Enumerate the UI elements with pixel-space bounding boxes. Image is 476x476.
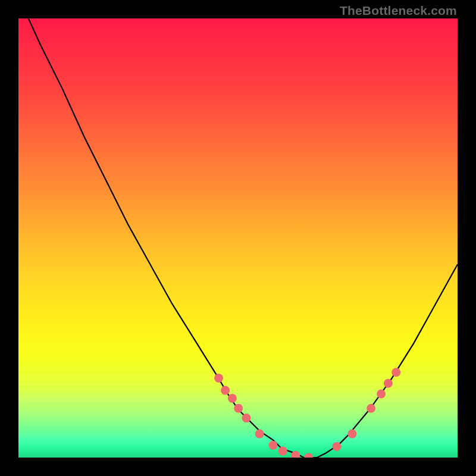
marker-point bbox=[333, 442, 342, 451]
plot-area bbox=[18, 18, 458, 458]
marker-point bbox=[234, 404, 243, 413]
marker-point bbox=[278, 446, 287, 455]
marker-point bbox=[228, 394, 237, 403]
marker-point bbox=[384, 379, 393, 388]
marker-point bbox=[304, 453, 313, 458]
marker-point bbox=[367, 404, 375, 413]
marker-point bbox=[269, 441, 278, 450]
bottleneck-curve bbox=[18, 18, 458, 458]
marker-point bbox=[221, 386, 230, 395]
chart-svg bbox=[18, 18, 458, 458]
marker-point bbox=[392, 368, 400, 377]
marker-point bbox=[347, 430, 356, 439]
marker-point bbox=[255, 430, 264, 439]
chart-frame: TheBottleneck.com bbox=[0, 0, 476, 476]
marker-point bbox=[377, 390, 386, 399]
marker-point bbox=[242, 414, 251, 422]
marker-point bbox=[214, 374, 223, 383]
watermark-text: TheBottleneck.com bbox=[340, 4, 457, 18]
